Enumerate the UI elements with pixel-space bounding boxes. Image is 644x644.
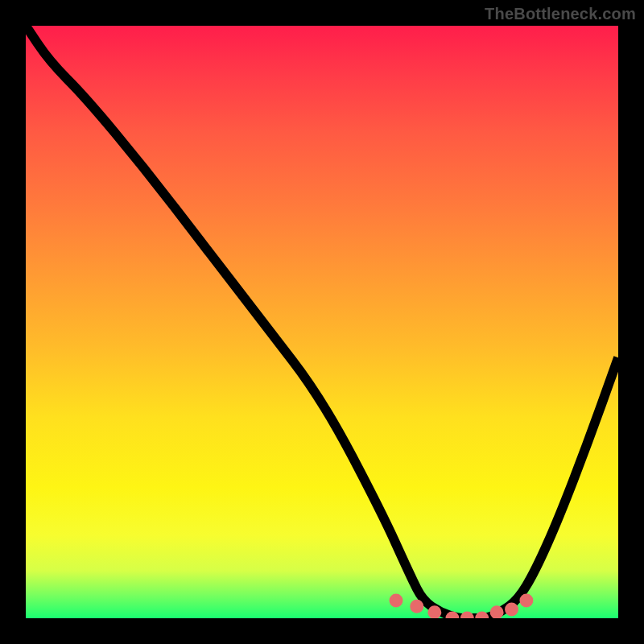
- plot-area: [26, 26, 618, 618]
- trough-marker: [411, 601, 422, 612]
- watermark-text: TheBottleneck.com: [485, 5, 636, 23]
- trough-marker: [390, 595, 401, 605]
- trough-marker: [462, 613, 473, 618]
- trough-marker: [521, 595, 531, 605]
- bottleneck-curve: [26, 26, 618, 618]
- trough-marker: [506, 604, 517, 614]
- trough-marker: [491, 607, 502, 617]
- trough-marker: [447, 613, 457, 618]
- chart-svg: [26, 26, 618, 618]
- trough-marker: [429, 607, 440, 617]
- chart-frame: TheBottleneck.com: [0, 0, 644, 644]
- trough-marker: [477, 613, 487, 618]
